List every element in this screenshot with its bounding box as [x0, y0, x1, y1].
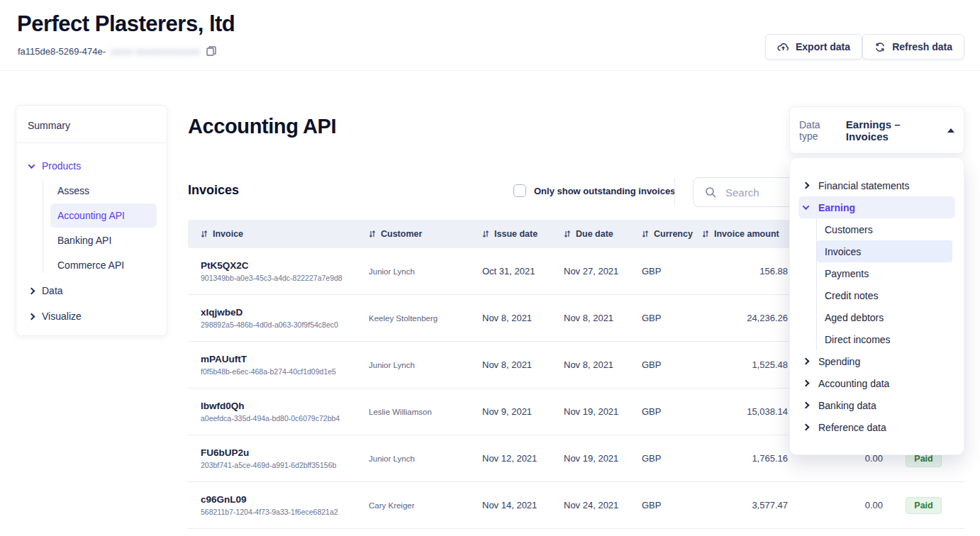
invoice-amount: 15,038.14	[702, 406, 789, 417]
data-type-value: Earnings – Invoices	[846, 118, 939, 143]
sidebar-item-commerce-api[interactable]: Commerce API	[50, 253, 157, 277]
sidebar-item-accounting-api[interactable]: Accounting API	[50, 203, 157, 228]
due-date: Nov 24, 2021	[564, 500, 642, 510]
invoice-amount: 1,525.48	[702, 359, 789, 370]
invoice-code: c96GnL09	[201, 494, 369, 505]
chevron-right-icon	[803, 423, 810, 430]
due-date: Nov 19, 2021	[564, 453, 642, 464]
menu-item-spending[interactable]: Spending	[790, 350, 964, 372]
invoice-amount: 24,236.26	[702, 313, 789, 323]
issue-date: Nov 9, 2021	[482, 406, 564, 417]
invoice-uuid: 203bf741-a5ce-469d-a991-6d2bff35156b	[201, 461, 369, 469]
sidebar-visualize-label: Visualize	[42, 311, 82, 322]
company-id-masked: xxxx-xxxxxxxxxxxx	[111, 46, 200, 57]
chevron-right-icon	[803, 182, 810, 189]
sidebar-item-assess[interactable]: Assess	[50, 179, 157, 203]
chevron-right-icon	[803, 401, 810, 408]
controls-divider	[674, 178, 675, 206]
column-header-issue-date[interactable]: Issue date	[482, 229, 564, 239]
invoices-section-title: Invoices	[188, 183, 239, 198]
currency: GBP	[642, 313, 702, 323]
sidebar-data-label: Data	[42, 285, 63, 296]
due-date: Nov 27, 2021	[564, 266, 642, 277]
menu-item-accounting-data[interactable]: Accounting data	[790, 372, 964, 394]
sort-icon	[482, 230, 489, 238]
sidebar-item-visualize[interactable]: Visualize	[26, 303, 157, 329]
export-data-label: Export data	[796, 41, 850, 52]
sidebar-item-banking-api[interactable]: Banking API	[50, 228, 157, 252]
chevron-down-icon	[28, 162, 35, 169]
chevron-right-icon	[803, 379, 810, 386]
customer-name: Junior Lynch	[369, 361, 482, 369]
table-row[interactable]: c96GnL09568211b7-1204-4f73-9a33-1f6ece68…	[188, 482, 964, 529]
menu-item-direct-incomes[interactable]: Direct incomes	[817, 328, 952, 350]
refresh-data-label: Refresh data	[892, 41, 952, 52]
invoice-code: PtK5QX2C	[201, 260, 369, 271]
invoice-uuid: f0f5b48b-e6ec-468a-b274-40cf1d09d1e5	[201, 367, 369, 376]
currency: GBP	[642, 266, 702, 277]
column-header-customer[interactable]: Customer	[369, 229, 482, 239]
menu-item-financial-statements[interactable]: Financial statements	[790, 174, 964, 196]
customer-name: Cary Kreiger	[369, 501, 482, 510]
search-icon	[705, 186, 717, 199]
customer-name: Junior Lynch	[369, 267, 482, 276]
menu-item-earning[interactable]: Earning	[798, 196, 955, 218]
chevron-right-icon	[28, 313, 35, 320]
export-data-button[interactable]: Export data	[765, 34, 862, 60]
sidebar-products-label: Products	[42, 160, 81, 172]
sidebar-products-sublist: Assess Accounting API Banking API Commer…	[35, 179, 157, 277]
caret-up-icon	[947, 128, 954, 133]
sidebar-item-data[interactable]: Data	[26, 278, 157, 303]
column-header-due-date[interactable]: Due date	[564, 229, 642, 239]
due-date: Nov 19, 2021	[564, 406, 642, 417]
currency: GBP	[642, 500, 702, 510]
column-header-invoice[interactable]: Invoice	[188, 229, 369, 239]
outstanding-filter-label: Only show outstanding invoices	[534, 186, 675, 196]
chevron-right-icon	[28, 287, 35, 294]
due-date: Nov 8, 2021	[564, 313, 642, 323]
sort-icon	[702, 230, 709, 238]
menu-item-payments[interactable]: Payments	[817, 262, 952, 284]
invoice-uuid: 901349bb-a0e3-45c3-a4dc-822227a7e9d8	[201, 274, 369, 282]
invoice-code: xIqjwbeD	[201, 307, 369, 318]
customer-name: Keeley Stoltenberg	[369, 314, 482, 323]
invoice-uuid: 568211b7-1204-4f73-9a33-1f6ece6821a2	[201, 508, 369, 516]
column-header-invoice-amount[interactable]: Invoice amount	[702, 229, 789, 239]
copy-icon[interactable]	[206, 45, 217, 57]
earning-submenu: Customers Invoices Payments Credit notes…	[816, 218, 964, 350]
menu-item-credit-notes[interactable]: Credit notes	[817, 284, 952, 306]
invoice-code: FU6bUP2u	[201, 447, 369, 458]
column-header-currency[interactable]: Currency	[642, 229, 702, 239]
data-type-selector[interactable]: Data type Earnings – Invoices	[789, 106, 964, 154]
refresh-icon	[874, 42, 886, 52]
menu-item-banking-data[interactable]: Banking data	[790, 394, 964, 416]
sort-icon	[201, 230, 208, 238]
menu-item-aged-debtors[interactable]: Aged debtors	[817, 306, 952, 328]
issue-date: Nov 14, 2021	[482, 500, 564, 510]
refresh-data-button[interactable]: Refresh data	[862, 34, 964, 60]
sort-icon	[642, 230, 649, 238]
currency: GBP	[642, 406, 702, 417]
issue-date: Nov 8, 2021	[482, 359, 564, 370]
sidebar: Summary Products Assess Accounting API B…	[16, 105, 167, 336]
invoice-uuid: 298892a5-486b-4d0d-a063-30f9f54c8ec0	[201, 320, 369, 329]
outstanding-checkbox[interactable]	[513, 184, 526, 197]
outstanding-filter[interactable]: Only show outstanding invoices	[513, 184, 675, 197]
menu-item-reference-data[interactable]: Reference data	[790, 416, 964, 438]
issue-date: Oct 31, 2021	[482, 266, 564, 277]
issue-date: Nov 8, 2021	[482, 313, 564, 323]
sidebar-item-products[interactable]: Products	[26, 153, 157, 179]
customer-name: Junior Lynch	[369, 454, 482, 463]
page-title: Perfect Plasterers, ltd	[17, 11, 235, 37]
invoice-code: mPAUuftT	[201, 354, 369, 364]
menu-item-invoices[interactable]: Invoices	[817, 240, 952, 262]
currency: GBP	[642, 359, 702, 370]
invoice-amount: 1,765.16	[702, 453, 789, 464]
company-id-visible: fa115de8-5269-474e-	[18, 46, 106, 57]
due-date: Nov 8, 2021	[564, 359, 642, 370]
sidebar-item-summary[interactable]: Summary	[16, 106, 167, 143]
sidebar-indent-line	[43, 180, 43, 273]
invoice-amount: 3,577.47	[702, 500, 789, 510]
customer-name: Leslie Williamson	[369, 408, 482, 416]
menu-item-customers[interactable]: Customers	[817, 218, 952, 240]
